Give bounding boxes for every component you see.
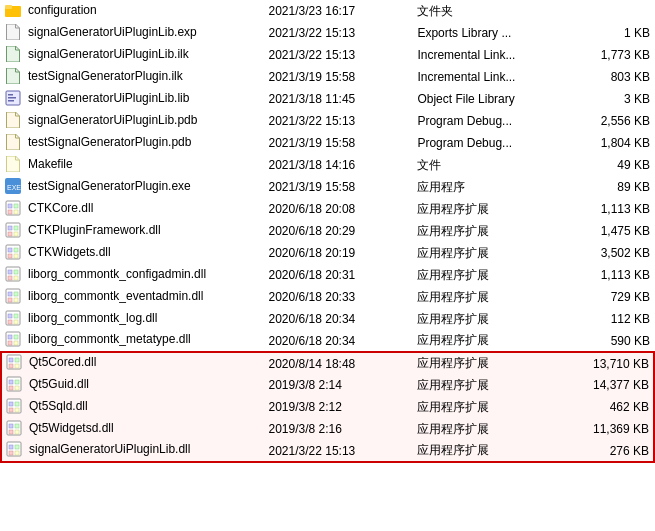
- table-row[interactable]: Makefile2021/3/18 14:16文件49 KB: [1, 154, 654, 176]
- file-type: 应用程序扩展: [413, 440, 573, 462]
- file-date: 2021/3/19 15:58: [264, 176, 413, 198]
- svg-rect-9: [8, 204, 12, 208]
- file-size: 3,502 KB: [574, 242, 654, 264]
- svg-rect-16: [8, 232, 12, 236]
- table-row[interactable]: liborg_commontk_metatype.dll2020/6/18 20…: [1, 330, 654, 352]
- file-name: liborg_commontk_log.dll: [1, 308, 264, 330]
- table-row[interactable]: CTKCore.dll2020/6/18 20:08应用程序扩展1,113 KB: [1, 198, 654, 220]
- table-row[interactable]: Qt5Guid.dll2019/3/8 2:14应用程序扩展14,377 KB: [1, 374, 654, 396]
- svg-rect-14: [8, 226, 12, 230]
- svg-rect-3: [8, 94, 13, 96]
- file-name: signalGeneratorUiPluginLib.ilk: [1, 44, 264, 66]
- file-size: 49 KB: [574, 154, 654, 176]
- file-size: 729 KB: [574, 286, 654, 308]
- svg-rect-32: [14, 298, 18, 302]
- table-row[interactable]: liborg_commontk_eventadmin.dll2020/6/18 …: [1, 286, 654, 308]
- table-row[interactable]: testSignalGeneratorPlugin.pdb2021/3/19 1…: [1, 132, 654, 154]
- svg-rect-11: [8, 210, 12, 214]
- table-row[interactable]: configuration2021/3/23 16:17文件夹: [1, 0, 654, 22]
- file-date: 2021/3/18 11:45: [264, 88, 413, 110]
- svg-rect-47: [15, 364, 19, 368]
- file-date: 2021/3/19 15:58: [264, 132, 413, 154]
- table-row[interactable]: EXE testSignalGeneratorPlugin.exe2021/3/…: [1, 176, 654, 198]
- table-row[interactable]: liborg_commontk_configadmin.dll2020/6/18…: [1, 264, 654, 286]
- file-type: 应用程序扩展: [413, 198, 573, 220]
- file-type: 应用程序扩展: [413, 330, 573, 352]
- svg-rect-1: [5, 5, 12, 9]
- svg-rect-10: [14, 204, 18, 208]
- file-name: liborg_commontk_eventadmin.dll: [1, 286, 264, 308]
- svg-rect-24: [8, 270, 12, 274]
- file-type: Program Debug...: [413, 132, 573, 154]
- svg-rect-15: [14, 226, 18, 230]
- file-name: signalGeneratorUiPluginLib.exp: [1, 22, 264, 44]
- file-type: 应用程序扩展: [413, 374, 573, 396]
- file-date: 2020/6/18 20:31: [264, 264, 413, 286]
- file-size: 803 KB: [574, 66, 654, 88]
- file-name: liborg_commontk_configadmin.dll: [1, 264, 264, 286]
- svg-rect-27: [14, 276, 18, 280]
- file-size: 3 KB: [574, 88, 654, 110]
- file-date: 2021/3/22 15:13: [264, 22, 413, 44]
- svg-rect-55: [15, 402, 19, 406]
- file-size: 1,475 KB: [574, 220, 654, 242]
- file-name: configuration: [1, 0, 264, 22]
- file-name: CTKCore.dll: [1, 198, 264, 220]
- file-date: 2020/6/18 20:33: [264, 286, 413, 308]
- svg-rect-20: [14, 248, 18, 252]
- file-type: 应用程序: [413, 176, 573, 198]
- file-type: 文件: [413, 154, 573, 176]
- file-date: 2019/3/8 2:16: [264, 418, 413, 440]
- svg-rect-64: [9, 445, 13, 449]
- svg-rect-19: [8, 248, 12, 252]
- table-row[interactable]: Qt5Widgetsd.dll2019/3/8 2:16应用程序扩展11,369…: [1, 418, 654, 440]
- table-row[interactable]: signalGeneratorUiPluginLib.exp2021/3/22 …: [1, 22, 654, 44]
- file-date: 2020/6/18 20:19: [264, 242, 413, 264]
- table-row[interactable]: Qt5Cored.dll2020/8/14 18:48应用程序扩展13,710 …: [1, 352, 654, 374]
- file-size: 276 KB: [574, 440, 654, 462]
- file-table: configuration2021/3/23 16:17文件夹 signalGe…: [0, 0, 655, 463]
- file-size: 462 KB: [574, 396, 654, 418]
- file-size: 89 KB: [574, 176, 654, 198]
- svg-rect-62: [15, 430, 19, 434]
- file-size: 590 KB: [574, 330, 654, 352]
- file-type: 应用程序扩展: [413, 286, 573, 308]
- svg-rect-29: [8, 292, 12, 296]
- svg-rect-26: [8, 276, 12, 280]
- svg-rect-45: [15, 358, 19, 362]
- svg-rect-60: [15, 424, 19, 428]
- svg-rect-57: [15, 408, 19, 412]
- file-type: 应用程序扩展: [413, 352, 573, 374]
- svg-rect-66: [9, 451, 13, 455]
- table-row[interactable]: Qt5Sqld.dll2019/3/8 2:12应用程序扩展462 KB: [1, 396, 654, 418]
- file-date: 2020/6/18 20:34: [264, 330, 413, 352]
- file-type: 文件夹: [413, 0, 573, 22]
- svg-rect-46: [9, 364, 13, 368]
- file-name: Makefile: [1, 154, 264, 176]
- table-row[interactable]: signalGeneratorUiPluginLib.lib2021/3/18 …: [1, 88, 654, 110]
- table-row[interactable]: CTKWidgets.dll2020/6/18 20:19应用程序扩展3,502…: [1, 242, 654, 264]
- file-size: [574, 0, 654, 22]
- svg-rect-35: [14, 314, 18, 318]
- svg-rect-50: [15, 380, 19, 384]
- svg-rect-59: [9, 424, 13, 428]
- table-row[interactable]: CTKPluginFramework.dll2020/6/18 20:29应用程…: [1, 220, 654, 242]
- svg-rect-54: [9, 402, 13, 406]
- table-row[interactable]: testSignalGeneratorPlugin.ilk2021/3/19 1…: [1, 66, 654, 88]
- file-date: 2019/3/8 2:14: [264, 374, 413, 396]
- table-row[interactable]: liborg_commontk_log.dll2020/6/18 20:34应用…: [1, 308, 654, 330]
- file-name: Qt5Cored.dll: [1, 352, 264, 374]
- table-row[interactable]: signalGeneratorUiPluginLib.dll2021/3/22 …: [1, 440, 654, 462]
- file-date: 2019/3/8 2:12: [264, 396, 413, 418]
- table-row[interactable]: signalGeneratorUiPluginLib.ilk2021/3/22 …: [1, 44, 654, 66]
- file-type: Exports Library ...: [413, 22, 573, 44]
- file-name: Qt5Sqld.dll: [1, 396, 264, 418]
- svg-rect-17: [14, 232, 18, 236]
- file-date: 2020/8/14 18:48: [264, 352, 413, 374]
- file-size: 2,556 KB: [574, 110, 654, 132]
- file-type: Program Debug...: [413, 110, 573, 132]
- table-row[interactable]: signalGeneratorUiPluginLib.pdb2021/3/22 …: [1, 110, 654, 132]
- svg-rect-42: [14, 341, 18, 345]
- svg-rect-22: [14, 254, 18, 258]
- file-size: 1,113 KB: [574, 264, 654, 286]
